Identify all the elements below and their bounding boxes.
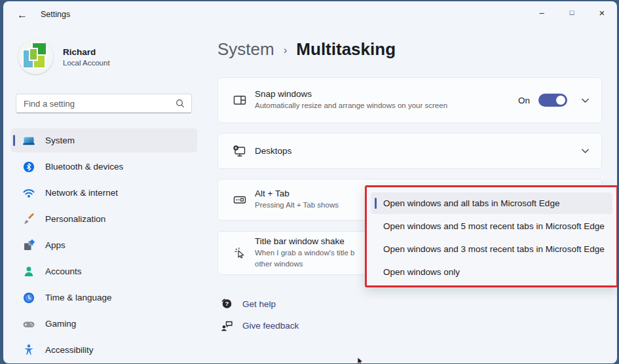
app-title: Settings xyxy=(41,10,70,19)
sidebar-item-label: Network & internet xyxy=(45,188,118,198)
dropdown-option-3-recent-tabs[interactable]: Open windows and 3 most recent tabs in M… xyxy=(371,238,612,260)
alt-tab-dropdown-flyout: Open windows and all tabs in Microsoft E… xyxy=(365,185,617,287)
breadcrumb-separator: › xyxy=(284,44,288,57)
profile-name: Richard xyxy=(63,47,110,57)
sidebar-item-apps[interactable]: Apps xyxy=(11,233,197,257)
back-button[interactable]: ← xyxy=(12,7,32,24)
profile-account-type: Local Account xyxy=(63,59,110,67)
window-controls: – □ × xyxy=(527,1,617,24)
chevron-down-icon[interactable] xyxy=(581,148,590,154)
cursor-shake-icon xyxy=(232,246,248,261)
titlebar: ← Settings – □ × xyxy=(3,1,617,27)
svg-text:?: ? xyxy=(225,300,229,307)
display-icon xyxy=(22,134,35,147)
sidebar-item-network-internet[interactable]: Network & internet xyxy=(11,181,197,205)
sidebar-item-label: Accounts xyxy=(45,266,82,276)
clock-icon xyxy=(22,291,35,304)
sidebar-item-label: Gaming xyxy=(45,319,76,329)
search-input[interactable] xyxy=(16,99,176,109)
snap-windows-toggle[interactable] xyxy=(538,94,567,107)
bluetooth-icon xyxy=(22,160,35,173)
sidebar-item-label: Apps xyxy=(45,240,66,250)
sidebar-item-label: Bluetooth & devices xyxy=(45,162,123,172)
sidebar-item-accessibility[interactable]: Accessibility xyxy=(11,338,197,362)
snap-windows-icon xyxy=(232,92,248,108)
gamepad-icon xyxy=(22,318,35,331)
toggle-knob xyxy=(556,96,565,105)
mouse-cursor xyxy=(357,357,365,363)
maximize-button[interactable]: □ xyxy=(557,1,587,24)
desktops-card[interactable]: Desktops xyxy=(217,133,602,169)
card-title: Snap windows xyxy=(255,89,518,99)
person-icon xyxy=(22,265,35,278)
user-profile[interactable]: Richard Local Account xyxy=(18,39,110,74)
search-icon[interactable] xyxy=(176,99,185,108)
toggle-state-label: On xyxy=(518,96,530,105)
sidebar-item-label: Accessibility xyxy=(45,345,94,355)
wifi-icon xyxy=(22,187,35,200)
sidebar-item-label: Time & language xyxy=(45,293,112,302)
paintbrush-icon xyxy=(22,213,35,226)
sidebar-nav: System Bluetooth & devices Network & int… xyxy=(11,128,197,363)
dropdown-option-5-recent-tabs[interactable]: Open windows and 5 most recent tabs in M… xyxy=(371,215,612,237)
breadcrumb-parent[interactable]: System xyxy=(217,39,274,60)
settings-window: ← Settings – □ × Richard Local Account xyxy=(3,1,617,363)
snap-windows-card[interactable]: Snap windows Automatically resize and ar… xyxy=(217,77,602,123)
chevron-down-icon[interactable] xyxy=(581,98,590,103)
sidebar-item-label: System xyxy=(45,136,75,145)
feedback-icon xyxy=(219,318,234,333)
help-icon: ? xyxy=(219,297,234,311)
get-help-link[interactable]: ? Get help xyxy=(219,297,276,311)
dropdown-option-all-tabs[interactable]: Open windows and all tabs in Microsoft E… xyxy=(371,192,612,214)
search-box xyxy=(16,94,192,113)
give-feedback-link[interactable]: Give feedback xyxy=(219,318,299,333)
sidebar-item-time-language[interactable]: Time & language xyxy=(11,285,197,310)
page-title: Multitasking xyxy=(296,39,396,60)
sidebar-item-accounts[interactable]: Accounts xyxy=(11,259,197,283)
accessibility-icon xyxy=(22,344,35,357)
minimize-button[interactable]: – xyxy=(527,1,557,24)
breadcrumb: System › Multitasking xyxy=(217,39,396,60)
sidebar-item-system[interactable]: System xyxy=(11,128,197,153)
card-title: Desktops xyxy=(255,146,567,156)
avatar xyxy=(18,39,53,74)
card-subtitle: Automatically resize and arrange windows… xyxy=(255,101,491,111)
sidebar-item-personalization[interactable]: Personalization xyxy=(11,207,197,231)
apps-icon xyxy=(22,239,35,252)
get-help-label: Get help xyxy=(242,299,276,309)
dropdown-option-windows-only[interactable]: Open windows only xyxy=(371,261,612,283)
give-feedback-label: Give feedback xyxy=(242,321,299,331)
sidebar-item-label: Personalization xyxy=(45,214,105,224)
alt-tab-icon xyxy=(232,192,248,208)
desktops-icon xyxy=(232,143,248,159)
sidebar-item-bluetooth-devices[interactable]: Bluetooth & devices xyxy=(11,155,197,179)
sidebar-item-gaming[interactable]: Gaming xyxy=(11,312,197,336)
close-button[interactable]: × xyxy=(587,1,617,24)
